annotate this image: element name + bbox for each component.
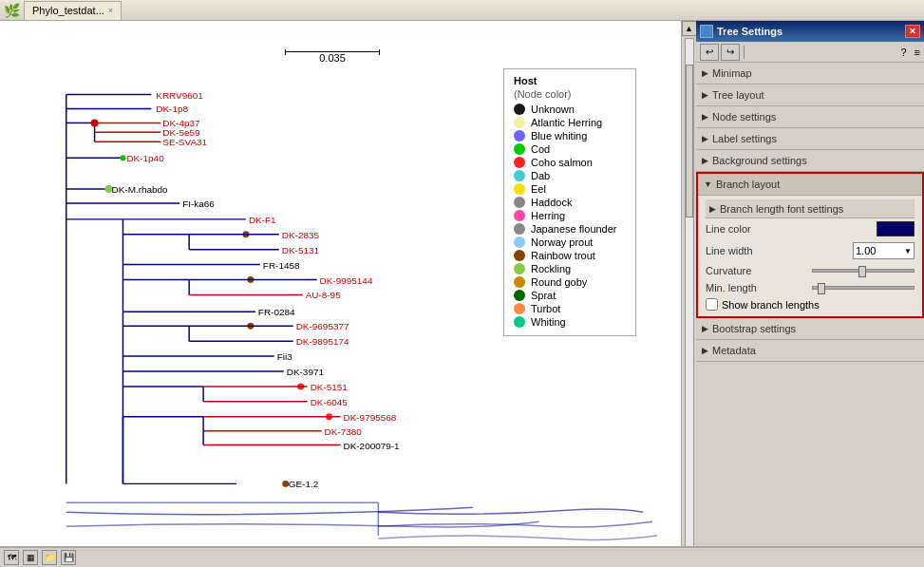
title-tab[interactable]: Phylo_testdat... ×: [24, 1, 122, 20]
legend-item-label: Turbot: [531, 303, 560, 314]
status-icon-map[interactable]: 🗺: [4, 550, 19, 565]
app-icon: 🌿: [4, 3, 20, 18]
line-color-swatch[interactable]: [877, 221, 915, 236]
legend-item-label: Japanese flounder: [531, 223, 617, 235]
status-bar: 🗺 ▦ 📁 💾: [0, 546, 924, 567]
svg-text:DK-5151: DK-5151: [311, 382, 349, 392]
min-length-thumb[interactable]: [818, 283, 825, 294]
scroll-up-btn[interactable]: ▲: [682, 21, 697, 36]
undo-btn[interactable]: ↩: [700, 44, 719, 61]
show-branch-lengths-checkbox[interactable]: [706, 298, 718, 311]
curvature-thumb[interactable]: [858, 266, 866, 277]
legend-item-label: Rainbow trout: [531, 250, 595, 261]
show-branch-lengths-row: Show branch lengths: [706, 296, 915, 312]
legend: Host (Node color) UnknownAtlantic Herrin…: [503, 68, 636, 336]
legend-dot: [514, 130, 525, 142]
svg-text:GE-1.2: GE-1.2: [289, 479, 319, 489]
status-icon-folder[interactable]: 📁: [42, 550, 57, 565]
arrow-tree-layout: ▶: [702, 90, 708, 100]
accordion-header-metadata[interactable]: ▶ Metadata: [696, 340, 924, 361]
legend-item-label: Sprat: [531, 290, 556, 301]
accordion-header-minimap[interactable]: ▶ Minimap: [696, 63, 924, 84]
svg-text:DK-6045: DK-6045: [311, 397, 349, 407]
svg-text:FR-1458: FR-1458: [263, 260, 300, 271]
svg-text:DK-5131: DK-5131: [282, 245, 320, 255]
accordion-header-tree-layout[interactable]: ▶ Tree layout: [696, 85, 924, 105]
curvature-track[interactable]: [812, 269, 915, 273]
curvature-label: Curvature: [706, 265, 808, 276]
scroll-track-v[interactable]: [685, 38, 694, 550]
accordion-minimap: ▶ Minimap: [696, 63, 924, 85]
status-icon-grid[interactable]: ▦: [23, 550, 38, 565]
arrow-minimap: ▶: [702, 68, 708, 78]
accordion-header-background-settings[interactable]: ▶ Background settings: [696, 150, 924, 171]
arrow-metadata: ▶: [702, 346, 708, 355]
sub-arrow-branch-font: ▶: [709, 204, 716, 214]
accordion-branch-layout: ▼ Branch layout ▶ Branch length font set…: [696, 172, 924, 318]
legend-item-label: Whiting: [531, 316, 566, 328]
legend-item: Dab: [514, 170, 626, 181]
legend-dot: [514, 117, 525, 128]
legend-item: Japanese flounder: [514, 223, 626, 235]
svg-text:DK-3971: DK-3971: [287, 367, 325, 377]
main-container: 0.035 KRRV9601 DK-1p8: [0, 21, 924, 567]
accordion-tree-layout: ▶ Tree layout: [696, 85, 924, 106]
legend-dot: [514, 223, 525, 235]
accordion-header-label-settings[interactable]: ▶ Label settings: [696, 128, 924, 149]
label-tree-layout: Tree layout: [712, 89, 764, 101]
arrow-background-settings: ▶: [702, 156, 708, 165]
svg-text:SE-SVA31: SE-SVA31: [162, 137, 207, 147]
label-metadata: Metadata: [712, 345, 756, 356]
accordion-label-settings: ▶ Label settings: [696, 128, 924, 150]
curvature-row: Curvature: [706, 262, 915, 279]
min-length-slider[interactable]: [812, 282, 915, 293]
legend-dot: [514, 236, 525, 248]
accordion-container: ▶ Minimap ▶ Tree layout ▶ Node settings: [696, 63, 924, 567]
svg-text:DK-1p40: DK-1p40: [126, 153, 164, 163]
accordion-header-node-settings[interactable]: ▶ Node settings: [696, 106, 924, 127]
line-width-dropdown[interactable]: 1.00 ▼: [853, 242, 915, 259]
label-branch-font: Branch length font settings: [720, 203, 843, 215]
status-icon-save[interactable]: 💾: [61, 550, 76, 565]
accordion-header-bootstrap-settings[interactable]: ▶ Bootstrap settings: [696, 318, 924, 339]
legend-item-label: Cod: [531, 143, 550, 155]
legend-item-label: Coho salmon: [531, 157, 593, 168]
redo-btn[interactable]: ↪: [721, 44, 740, 61]
legend-item-label: Haddock: [531, 197, 572, 208]
close-tab-btn[interactable]: ×: [108, 6, 113, 15]
show-branch-lengths-label: Show branch lengths: [722, 299, 820, 311]
accordion-header-branch-layout[interactable]: ▼ Branch layout: [698, 174, 922, 195]
legend-item-label: Rockling: [531, 263, 571, 274]
legend-item: Rainbow trout: [514, 250, 626, 261]
curvature-slider[interactable]: [812, 265, 915, 276]
scroll-thumb-v[interactable]: [686, 65, 693, 217]
toolbar-separator: [744, 46, 745, 59]
legend-item: Haddock: [514, 197, 626, 208]
legend-subtitle: (Node color): [514, 88, 626, 100]
svg-text:Fii3: Fii3: [277, 351, 292, 362]
legend-dot: [514, 143, 525, 155]
svg-text:DK-2835: DK-2835: [282, 230, 320, 240]
legend-dot: [514, 104, 525, 115]
panel-close-btn[interactable]: ✕: [905, 25, 920, 38]
svg-text:DK-200079-1: DK-200079-1: [343, 441, 400, 451]
sub-accordion-branch-font[interactable]: ▶ Branch length font settings: [706, 199, 915, 218]
legend-dot: [514, 170, 525, 181]
options-btn[interactable]: ≡: [915, 47, 920, 58]
accordion-bootstrap-settings: ▶ Bootstrap settings: [696, 318, 924, 340]
help-btn[interactable]: ?: [900, 47, 906, 58]
svg-point-15: [120, 155, 125, 161]
legend-item: Herring: [514, 210, 626, 221]
svg-text:DK-9895174: DK-9895174: [296, 336, 349, 347]
vertical-scrollbar[interactable]: ▲ ▼: [681, 21, 696, 567]
svg-text:KRRV9601: KRRV9601: [156, 90, 203, 101]
arrow-branch-layout: ▼: [704, 180, 712, 189]
legend-dot: [514, 276, 525, 288]
legend-dot: [514, 303, 525, 314]
min-length-row: Min. length: [706, 279, 915, 296]
min-length-track[interactable]: [812, 286, 915, 290]
right-panel: Tree Settings ✕ ↩ ↪ ? ≡ ▶ Minimap: [696, 21, 924, 567]
branch-layout-content: ▶ Branch length font settings Line color…: [698, 195, 922, 316]
legend-dot: [514, 250, 525, 261]
label-label-settings: Label settings: [712, 133, 777, 144]
